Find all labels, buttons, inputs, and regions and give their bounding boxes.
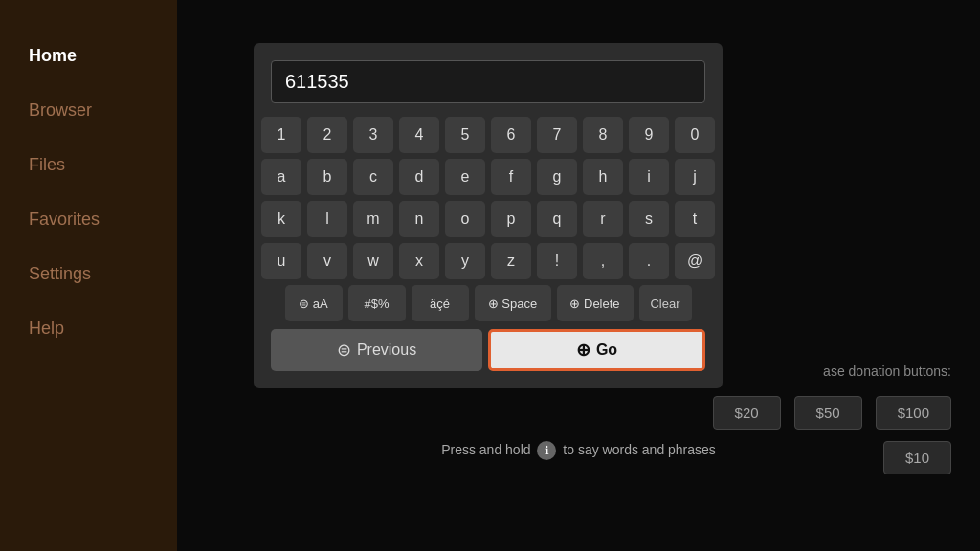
key-r[interactable]: r [583, 201, 623, 237]
key-v[interactable]: v [307, 243, 347, 279]
key-7[interactable]: 7 [537, 117, 577, 153]
key-g[interactable]: g [537, 159, 577, 195]
key-4[interactable]: 4 [399, 117, 439, 153]
key-z[interactable]: z [491, 243, 531, 279]
key-q[interactable]: q [537, 201, 577, 237]
key-m[interactable]: m [353, 201, 393, 237]
key-exclaim[interactable]: ! [537, 243, 577, 279]
go-icon: ⊕ [576, 340, 590, 361]
key-2[interactable]: 2 [307, 117, 347, 153]
sidebar-item-help[interactable]: Help [0, 301, 177, 356]
key-comma[interactable]: , [583, 243, 623, 279]
key-row-u: u v w x y z ! , . @ [271, 243, 705, 279]
keyboard-input[interactable]: 611535 [271, 60, 705, 103]
go-button[interactable]: ⊕ Go [488, 329, 705, 371]
sidebar-item-browser[interactable]: Browser [0, 83, 177, 138]
key-t[interactable]: t [675, 201, 715, 237]
key-accents[interactable]: äçé [412, 285, 469, 321]
keyboard-dialog: 611535 1 2 3 4 5 6 7 8 9 0 a b c d e f g… [254, 43, 723, 388]
key-9[interactable]: 9 [629, 117, 669, 153]
previous-button[interactable]: ⊜ Previous [271, 329, 482, 371]
key-delete[interactable]: ⊕ Delete [557, 285, 634, 321]
key-row-k: k l m n o p q r s t [271, 201, 705, 237]
donation-btn-100[interactable]: $100 [876, 396, 951, 430]
key-8[interactable]: 8 [583, 117, 623, 153]
sidebar-item-favorites[interactable]: Favorites [0, 192, 177, 247]
key-period[interactable]: . [629, 243, 669, 279]
key-k[interactable]: k [261, 201, 301, 237]
key-o[interactable]: o [445, 201, 485, 237]
key-symbols[interactable]: #$% [348, 285, 406, 321]
key-space[interactable]: ⊕ Space [475, 285, 551, 321]
keyboard-nav-row: ⊜ Previous ⊕ Go [271, 329, 705, 371]
key-1[interactable]: 1 [261, 117, 301, 153]
key-3[interactable]: 3 [353, 117, 393, 153]
sidebar-item-home[interactable]: Home [0, 29, 177, 83]
donation-row-1: $20 $50 $100 [713, 396, 951, 430]
key-0[interactable]: 0 [675, 117, 715, 153]
keyboard-hint: Press and hold ℹ to say words and phrase… [177, 441, 980, 460]
key-n[interactable]: n [399, 201, 439, 237]
mic-icon: ℹ [537, 441, 556, 460]
key-i[interactable]: i [629, 159, 669, 195]
key-x[interactable]: x [399, 243, 439, 279]
sidebar: Home Browser Files Favorites Settings He… [0, 0, 177, 551]
key-u[interactable]: u [261, 243, 301, 279]
key-j[interactable]: j [675, 159, 715, 195]
donation-hint-text: ase donation buttons: [713, 364, 951, 379]
go-label: Go [596, 342, 617, 359]
key-clear[interactable]: Clear [639, 285, 692, 321]
keyboard-special-row: ⊜ aA #$% äçé ⊕ Space ⊕ Delete Clear [271, 285, 705, 321]
previous-icon: ⊜ [337, 340, 351, 361]
key-row-a: a b c d e f g h i j [271, 159, 705, 195]
key-s[interactable]: s [629, 201, 669, 237]
sidebar-item-settings[interactable]: Settings [0, 247, 177, 301]
sidebar-item-files[interactable]: Files [0, 138, 177, 192]
key-b[interactable]: b [307, 159, 347, 195]
key-h[interactable]: h [583, 159, 623, 195]
donation-btn-20[interactable]: $20 [713, 396, 781, 430]
key-p[interactable]: p [491, 201, 531, 237]
key-5[interactable]: 5 [445, 117, 485, 153]
key-6[interactable]: 6 [491, 117, 531, 153]
keyboard-rows: 1 2 3 4 5 6 7 8 9 0 a b c d e f g h i j … [271, 117, 705, 279]
key-e[interactable]: e [445, 159, 485, 195]
key-at[interactable]: @ [675, 243, 715, 279]
donation-btn-50[interactable]: $50 [794, 396, 862, 430]
key-y[interactable]: y [445, 243, 485, 279]
key-abc[interactable]: ⊜ aA [285, 285, 343, 321]
key-f[interactable]: f [491, 159, 531, 195]
key-w[interactable]: w [353, 243, 393, 279]
key-a[interactable]: a [261, 159, 301, 195]
key-l[interactable]: l [307, 201, 347, 237]
key-c[interactable]: c [353, 159, 393, 195]
key-d[interactable]: d [399, 159, 439, 195]
previous-label: Previous [357, 342, 416, 359]
key-row-numbers: 1 2 3 4 5 6 7 8 9 0 [271, 117, 705, 153]
